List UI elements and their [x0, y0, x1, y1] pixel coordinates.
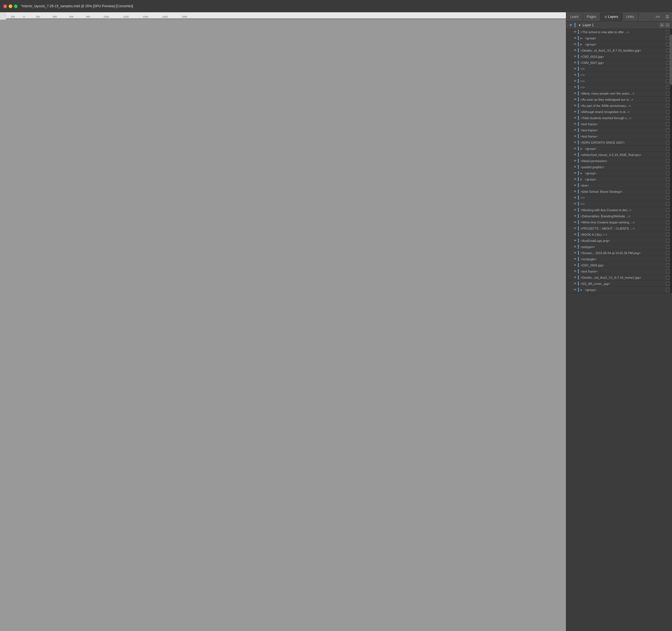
layer-item-28[interactable]: 👁 <'> — [566, 201, 672, 207]
layer-item-4[interactable]: 👁 <CM2_6610.jpg> — [566, 53, 672, 60]
eye-icon-36[interactable]: 👁 — [573, 251, 577, 255]
layer-item-13[interactable]: 👁 <Although brand recognition is st...> — [566, 109, 672, 115]
layer-item-0[interactable]: 👁 <The school is now able to offer ...> — [566, 29, 672, 35]
item-box-13[interactable] — [666, 110, 670, 114]
item-box-33[interactable] — [666, 233, 670, 237]
layer-1-header[interactable]: 👁 ▼ Layer 1 ✏ □ — [566, 22, 672, 29]
item-box-20[interactable] — [666, 153, 670, 157]
eye-icon-31[interactable]: 👁 — [573, 220, 577, 224]
layer-item-41[interactable]: 👁 <ES_AR_cover_.jpg> — [566, 281, 672, 287]
tab-layers[interactable]: ◇ Layers — [601, 13, 622, 21]
item-box-16[interactable] — [666, 128, 670, 132]
chevron-19[interactable]: ▶ — [580, 147, 583, 150]
layer-chevron-down[interactable]: ▼ — [578, 24, 581, 27]
eye-icon-32[interactable]: 👁 — [573, 226, 577, 230]
layer-visibility-icon[interactable]: 👁 — [569, 23, 573, 27]
item-box-38[interactable] — [666, 263, 670, 267]
item-box-7[interactable] — [666, 73, 670, 77]
chevron-23[interactable]: ▶ — [580, 172, 583, 175]
eye-icon-14[interactable]: 👁 — [573, 116, 577, 120]
layer-item-40[interactable]: 👁 <Deskto...ool_Ace1_V1_8-7-19_home1.jpg… — [566, 274, 672, 281]
eye-icon-37[interactable]: 👁 — [573, 257, 577, 261]
panel-menu-button[interactable]: ☰ — [663, 12, 672, 21]
item-box-26[interactable] — [666, 190, 670, 194]
eye-icon-29[interactable]: 👁 — [573, 208, 577, 212]
layer-item-36[interactable]: 👁 <Screen... 2019-05-04 at 10.01.36 PM.p… — [566, 250, 672, 256]
layer-item-34[interactable]: 👁 <AceEmailLogo.png> — [566, 238, 672, 244]
eye-icon-13[interactable]: 👁 — [573, 110, 577, 114]
eye-icon-35[interactable]: 👁 — [573, 245, 577, 249]
eye-icon-41[interactable]: 👁 — [573, 282, 577, 286]
item-box-25[interactable] — [666, 184, 670, 188]
tab-pages[interactable]: Pages — [583, 13, 601, 21]
eye-icon-22[interactable]: 👁 — [573, 165, 577, 169]
tab-links[interactable]: Links — [622, 13, 638, 21]
eye-icon-3[interactable]: 👁 — [573, 49, 577, 52]
eye-icon-6[interactable]: 👁 — [573, 67, 577, 71]
item-box-30[interactable] — [666, 214, 670, 218]
item-box-40[interactable] — [666, 275, 670, 280]
layer-item-1[interactable]: 👁 ▶ <group> — [566, 35, 672, 41]
item-box-29[interactable] — [666, 208, 670, 212]
item-box-9[interactable] — [666, 86, 670, 89]
layer-item-24[interactable]: 👁 ▶ <group> — [566, 176, 672, 183]
layer-item-5[interactable]: 👁 <CM2_6627.jpg> — [566, 60, 672, 66]
eye-icon-19[interactable]: 👁 — [573, 147, 577, 151]
eye-icon-0[interactable]: 👁 — [573, 30, 577, 34]
layer-item-22[interactable]: 👁 <pasted graphic> — [566, 164, 672, 170]
layer-item-38[interactable]: 👁 <DSC_0904.jpg> — [566, 262, 672, 268]
eye-icon-34[interactable]: 👁 — [573, 239, 577, 243]
item-box-17[interactable] — [666, 135, 670, 138]
layer-item-31[interactable]: 👁 <When Ace Creative began working ...> — [566, 219, 672, 225]
eye-icon-9[interactable]: 👁 — [573, 86, 577, 89]
eye-icon-11[interactable]: 👁 — [573, 98, 577, 101]
layer-item-21[interactable]: 👁 <Need permission> — [566, 158, 672, 164]
eye-icon-8[interactable]: 👁 — [573, 79, 577, 83]
layer-item-9[interactable]: 👁 <'> — [566, 84, 672, 90]
eye-icon-18[interactable]: 👁 — [573, 141, 577, 145]
item-box-42[interactable] — [666, 288, 670, 292]
eye-icon-10[interactable]: 👁 — [573, 92, 577, 95]
scroll-thumb[interactable] — [670, 34, 672, 85]
maximize-button[interactable] — [14, 4, 18, 8]
eye-icon-33[interactable]: 👁 — [573, 233, 577, 237]
layer-item-7[interactable]: 👁 <'> — [566, 72, 672, 78]
item-box-41[interactable] — [666, 282, 670, 286]
layer-item-42[interactable]: 👁 ▶ <group> — [566, 287, 672, 293]
item-box-31[interactable] — [666, 220, 670, 224]
layer-edit-button[interactable]: ✏ — [660, 23, 664, 27]
eye-icon-30[interactable]: 👁 — [573, 214, 577, 218]
item-box-15[interactable] — [666, 122, 670, 126]
chevron-24[interactable]: ▶ — [580, 178, 583, 181]
layer-item-15[interactable]: 👁 <text frame> — [566, 121, 672, 127]
layer-item-11[interactable]: 👁 <As soon as they redesigned our m...> — [566, 97, 672, 103]
eye-icon-7[interactable]: 👁 — [573, 73, 577, 77]
eye-icon-12[interactable]: 👁 — [573, 104, 577, 108]
layer-item-6[interactable]: 👁 <'> — [566, 66, 672, 72]
item-box-23[interactable] — [666, 171, 670, 175]
item-box-22[interactable] — [666, 165, 670, 169]
item-box-24[interactable] — [666, 177, 670, 181]
layer-item-33[interactable]: 👁 <BOOK A CALL > > — [566, 232, 672, 238]
eye-icon-2[interactable]: 👁 — [573, 42, 577, 46]
canvas-content[interactable]: Ace Creative Design to Knowledge PROJECT… — [6, 18, 566, 20]
eye-icon-24[interactable]: 👁 — [573, 177, 577, 181]
item-box-2[interactable] — [666, 42, 670, 46]
layer-item-17[interactable]: 👁 <text frame> — [566, 134, 672, 140]
item-box-35[interactable] — [666, 245, 670, 249]
layer-item-25[interactable]: 👁 <line> — [566, 183, 672, 189]
item-box-8[interactable] — [666, 79, 670, 83]
item-box-39[interactable] — [666, 269, 670, 273]
item-box-5[interactable] — [666, 61, 670, 65]
eye-icon-38[interactable]: 👁 — [573, 263, 577, 267]
item-box-4[interactable] — [666, 55, 670, 58]
layer-item-19[interactable]: 👁 ▶ <group> — [566, 146, 672, 152]
layer-item-39[interactable]: 👁 <text frame> — [566, 268, 672, 274]
item-box-6[interactable] — [666, 67, 670, 71]
eye-icon-42[interactable]: 👁 — [573, 288, 577, 292]
eye-icon-28[interactable]: 👁 — [573, 202, 577, 206]
layer-item-3[interactable]: 👁 <Deskto...ol_Ace1_V1_8-7-19_facilities… — [566, 47, 672, 53]
chevron-2[interactable]: ▶ — [580, 43, 583, 46]
layer-item-23[interactable]: 👁 ▶ <group> — [566, 170, 672, 176]
item-box-0[interactable] — [666, 30, 670, 34]
